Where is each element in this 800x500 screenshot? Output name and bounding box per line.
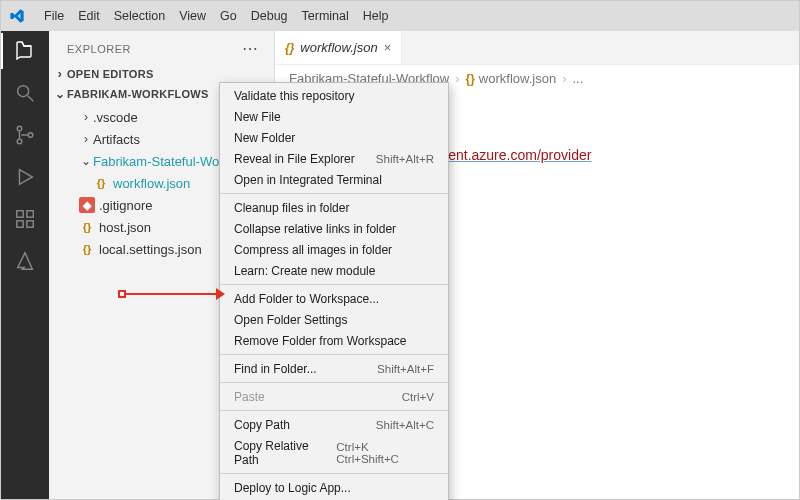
menu-item-label: New Folder: [234, 131, 295, 145]
svg-rect-8: [27, 211, 33, 217]
chevron-down-icon: ⌄: [53, 87, 67, 101]
tab-workflow[interactable]: {} workflow.json ×: [275, 31, 402, 64]
menu-item-label: Copy Path: [234, 418, 290, 432]
open-editors-section[interactable]: › OPEN EDITORS: [49, 64, 274, 84]
context-menu-item[interactable]: Learn: Create new module: [220, 260, 448, 281]
activity-bar: [1, 31, 49, 499]
context-menu-item[interactable]: Collapse relative links in folder: [220, 218, 448, 239]
editor-tabs: {} workflow.json ×: [275, 31, 799, 65]
menu-item-label: New File: [234, 110, 281, 124]
tree-label: .vscode: [93, 110, 138, 125]
tree-label: host.json: [99, 220, 151, 235]
menu-item-label: Add Folder to Workspace...: [234, 292, 379, 306]
tab-label: workflow.json: [300, 40, 377, 55]
context-menu-item[interactable]: Deploy to Logic App...: [220, 477, 448, 498]
context-menu-item: PasteCtrl+V: [220, 386, 448, 407]
context-menu-item[interactable]: Copy Relative PathCtrl+K Ctrl+Shift+C: [220, 435, 448, 470]
menu-view[interactable]: View: [172, 7, 213, 25]
context-menu: Validate this repositoryNew FileNew Fold…: [219, 82, 449, 500]
menu-separator: [220, 193, 448, 194]
annotation-arrow: [118, 288, 225, 300]
run-debug-icon[interactable]: [13, 165, 37, 189]
menu-file[interactable]: File: [37, 7, 71, 25]
tree-label: Artifacts: [93, 132, 140, 147]
menu-separator: [220, 284, 448, 285]
menu-go[interactable]: Go: [213, 7, 244, 25]
vscode-logo-icon: [9, 8, 25, 24]
menu-separator: [220, 473, 448, 474]
chevron-right-icon: ›: [455, 71, 459, 86]
json-icon: {}: [465, 72, 474, 86]
breadcrumb-more[interactable]: ...: [572, 71, 583, 86]
context-menu-item[interactable]: Copy PathShift+Alt+C: [220, 414, 448, 435]
menu-item-label: Copy Relative Path: [234, 439, 336, 467]
menu-item-label: Validate this repository: [234, 89, 355, 103]
search-icon[interactable]: [13, 81, 37, 105]
menu-item-label: Reveal in File Explorer: [234, 152, 355, 166]
json-icon: {}: [79, 219, 95, 235]
menu-debug[interactable]: Debug: [244, 7, 295, 25]
menu-terminal[interactable]: Terminal: [295, 7, 356, 25]
menu-shortcut: Ctrl+V: [402, 391, 434, 403]
menu-item-label: Paste: [234, 390, 265, 404]
menu-separator: [220, 354, 448, 355]
context-menu-item[interactable]: Reveal in File ExplorerShift+Alt+R: [220, 148, 448, 169]
context-menu-item[interactable]: New Folder: [220, 127, 448, 148]
svg-point-0: [18, 86, 29, 97]
menu-item-label: Compress all images in folder: [234, 243, 392, 257]
context-menu-item[interactable]: New File: [220, 106, 448, 127]
json-icon: {}: [79, 241, 95, 257]
context-menu-item[interactable]: Open in Integrated Terminal: [220, 169, 448, 190]
json-icon: {}: [285, 41, 294, 55]
svg-rect-6: [17, 221, 23, 227]
menu-shortcut: Ctrl+K Ctrl+Shift+C: [336, 441, 434, 465]
tree-label: Fabrikam-Stateful-Wo: [93, 154, 219, 169]
menu-item-label: Remove Folder from Workspace: [234, 334, 407, 348]
tree-label: workflow.json: [113, 176, 190, 191]
tree-label: .gitignore: [99, 198, 152, 213]
menu-shortcut: Shift+Alt+C: [376, 419, 434, 431]
menu-help[interactable]: Help: [356, 7, 396, 25]
svg-line-1: [28, 96, 34, 102]
more-actions-icon[interactable]: ⋯: [238, 39, 263, 58]
menu-item-label: Open in Integrated Terminal: [234, 173, 382, 187]
extensions-icon[interactable]: [13, 207, 37, 231]
menu-item-label: Deploy to Logic App...: [234, 481, 351, 495]
chevron-right-icon: ›: [53, 67, 67, 81]
context-menu-item[interactable]: Cleanup files in folder: [220, 197, 448, 218]
menu-item-label: Collapse relative links in folder: [234, 222, 396, 236]
chevron-right-icon: ›: [562, 71, 566, 86]
svg-point-2: [17, 126, 22, 131]
svg-point-3: [17, 139, 22, 144]
menu-separator: [220, 410, 448, 411]
menu-selection[interactable]: Selection: [107, 7, 172, 25]
azure-icon[interactable]: [13, 249, 37, 273]
close-tab-icon[interactable]: ×: [384, 40, 392, 55]
svg-point-4: [28, 133, 33, 138]
git-icon: ◆: [79, 197, 95, 213]
svg-rect-5: [17, 211, 23, 217]
menu-item-label: Open Folder Settings: [234, 313, 347, 327]
json-icon: {}: [93, 175, 109, 191]
source-control-icon[interactable]: [13, 123, 37, 147]
explorer-icon[interactable]: [13, 39, 37, 63]
context-menu-item[interactable]: Remove Folder from Workspace: [220, 330, 448, 351]
menu-item-label: Cleanup files in folder: [234, 201, 349, 215]
workspace-label: FABRIKAM-WORKFLOWS: [67, 88, 209, 100]
context-menu-item[interactable]: Compress all images in folder: [220, 239, 448, 260]
titlebar: FileEditSelectionViewGoDebugTerminalHelp: [1, 1, 799, 31]
tree-label: local.settings.json: [99, 242, 202, 257]
menu-separator: [220, 382, 448, 383]
menu-shortcut: Shift+Alt+F: [377, 363, 434, 375]
breadcrumb-file[interactable]: {}workflow.json: [465, 71, 556, 86]
context-menu-item[interactable]: Validate this repository: [220, 85, 448, 106]
menu-item-label: Find in Folder...: [234, 362, 317, 376]
context-menu-item[interactable]: Find in Folder...Shift+Alt+F: [220, 358, 448, 379]
context-menu-item[interactable]: Open Folder Settings: [220, 309, 448, 330]
open-editors-label: OPEN EDITORS: [67, 68, 154, 80]
svg-rect-7: [27, 221, 33, 227]
menu-edit[interactable]: Edit: [71, 7, 107, 25]
explorer-title: EXPLORER: [67, 43, 131, 55]
context-menu-item[interactable]: Add Folder to Workspace...: [220, 288, 448, 309]
menu-item-label: Learn: Create new module: [234, 264, 375, 278]
